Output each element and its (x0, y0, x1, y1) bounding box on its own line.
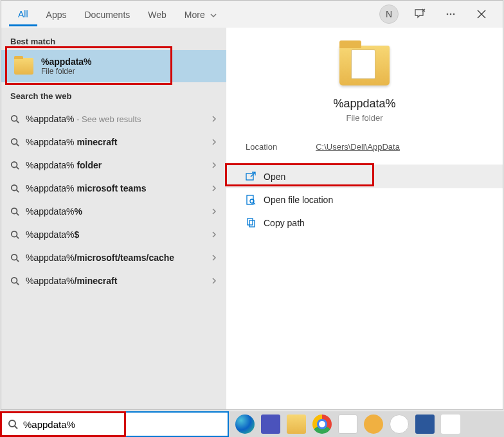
action-open-label: Open (264, 172, 285, 182)
action-list: Open Open file location Copy path (226, 165, 503, 235)
action-copy-path[interactable]: Copy path (226, 211, 503, 235)
search-window: All Apps Documents Web More N Best match (1, 0, 503, 410)
content-body: Best match %appdata% File folder Search … (1, 28, 503, 409)
chevron-right-icon (211, 114, 217, 124)
tab-web[interactable]: Web (139, 3, 176, 25)
web-result-item[interactable]: %appdata%$ (1, 223, 226, 246)
chevron-right-icon (211, 206, 217, 217)
file-location-icon (246, 195, 256, 205)
taskbar-paint-icon[interactable] (441, 415, 460, 434)
search-icon (10, 161, 19, 170)
chevron-right-icon (211, 137, 217, 147)
folder-icon-large (339, 46, 390, 85)
web-result-label: %appdata% minecraft (26, 137, 204, 147)
search-input[interactable] (23, 419, 221, 430)
web-results-list: %appdata% - See web results%appdata% min… (1, 105, 226, 295)
search-icon (10, 276, 19, 285)
chevron-right-icon (211, 253, 217, 263)
taskbar-slack-icon[interactable] (338, 415, 357, 434)
web-result-item[interactable]: %appdata%/minecraft (1, 269, 226, 292)
taskbar-word-icon[interactable] (415, 415, 435, 434)
svg-point-2 (453, 13, 455, 15)
web-result-item[interactable]: %appdata% minecraft (1, 130, 226, 154)
web-result-label: %appdata% - See web results (26, 114, 204, 124)
user-avatar[interactable]: N (379, 4, 399, 24)
taskbar-palette-icon[interactable] (390, 415, 409, 434)
svg-point-0 (447, 13, 449, 15)
svg-point-7 (12, 208, 17, 214)
folder-icon (14, 58, 33, 75)
best-match-subtitle: File folder (41, 67, 92, 76)
web-result-label: %appdata%/minecraft (26, 276, 204, 286)
best-match-title: %appdata% (41, 57, 92, 67)
preview-panel: %appdata% File folder Location C:\Users\… (226, 28, 503, 409)
preview-subtitle: File folder (226, 113, 503, 123)
taskbar-search-box[interactable] (0, 411, 229, 437)
tab-more-label: More (184, 10, 205, 20)
location-label: Location (246, 142, 277, 152)
best-match-result[interactable]: %appdata% File folder (1, 50, 226, 82)
svg-rect-11 (246, 174, 253, 180)
search-icon (10, 184, 19, 193)
svg-point-9 (12, 254, 17, 260)
preview-header: %appdata% File folder (226, 28, 503, 123)
best-match-text: %appdata% File folder (41, 57, 92, 76)
best-match-label: Best match (1, 28, 226, 50)
feedback-icon[interactable] (410, 4, 429, 24)
tab-all[interactable]: All (9, 3, 37, 26)
svg-rect-15 (249, 220, 255, 227)
svg-point-6 (12, 185, 17, 191)
web-result-label: %appdata% microsoft teams (26, 183, 204, 193)
taskbar (0, 411, 504, 437)
action-open-location[interactable]: Open file location (226, 188, 503, 211)
taskbar-teams-icon[interactable] (261, 415, 280, 434)
search-icon (10, 207, 19, 216)
chevron-down-icon (210, 12, 217, 19)
taskbar-explorer-icon[interactable] (287, 415, 306, 434)
taskbar-icons (229, 415, 460, 434)
taskbar-chrome-icon[interactable] (312, 415, 332, 434)
web-result-item[interactable]: %appdata% microsoft teams (1, 177, 226, 200)
web-result-item[interactable]: %appdata%% (1, 200, 226, 223)
search-icon (10, 230, 19, 239)
search-icon (10, 138, 19, 147)
web-result-item[interactable]: %appdata% folder (1, 154, 226, 177)
preview-title: %appdata% (226, 97, 503, 111)
action-open[interactable]: Open (226, 165, 503, 188)
tab-more[interactable]: More (176, 3, 226, 25)
web-result-label: %appdata%% (26, 206, 204, 217)
chevron-right-icon (211, 276, 217, 286)
chevron-right-icon (211, 229, 217, 240)
more-options-icon[interactable] (441, 4, 460, 24)
svg-point-8 (12, 231, 17, 237)
copy-icon (246, 218, 256, 228)
tab-documents[interactable]: Documents (75, 3, 139, 25)
web-result-label: %appdata%$ (26, 229, 204, 240)
taskbar-edge-icon[interactable] (235, 415, 255, 434)
web-result-item[interactable]: %appdata%/microsoft/teams/cache (1, 246, 226, 269)
svg-point-16 (9, 420, 15, 427)
svg-point-3 (12, 116, 17, 121)
svg-point-5 (12, 162, 17, 168)
web-result-label: %appdata%/microsoft/teams/cache (26, 253, 204, 263)
close-icon[interactable] (472, 4, 491, 24)
search-icon (8, 419, 18, 429)
chevron-right-icon (211, 160, 217, 170)
location-path-link[interactable]: C:\Users\Dell\AppData (316, 142, 400, 152)
svg-point-1 (450, 13, 452, 15)
web-result-item[interactable]: %appdata% - See web results (1, 107, 226, 130)
window-controls: N (379, 4, 495, 24)
search-web-label: Search the web (1, 82, 226, 105)
svg-point-4 (12, 139, 17, 145)
open-icon (246, 172, 256, 182)
svg-point-10 (12, 278, 17, 283)
results-panel: Best match %appdata% File folder Search … (1, 28, 226, 409)
search-icon (10, 114, 19, 123)
filter-tabs: All Apps Documents Web More N (1, 1, 503, 28)
taskbar-chrome-canary-icon[interactable] (364, 415, 383, 434)
web-result-label: %appdata% folder (26, 160, 204, 170)
tab-apps[interactable]: Apps (37, 3, 76, 25)
search-icon (10, 253, 19, 262)
svg-rect-14 (248, 219, 253, 225)
action-open-location-label: Open file location (264, 195, 333, 205)
